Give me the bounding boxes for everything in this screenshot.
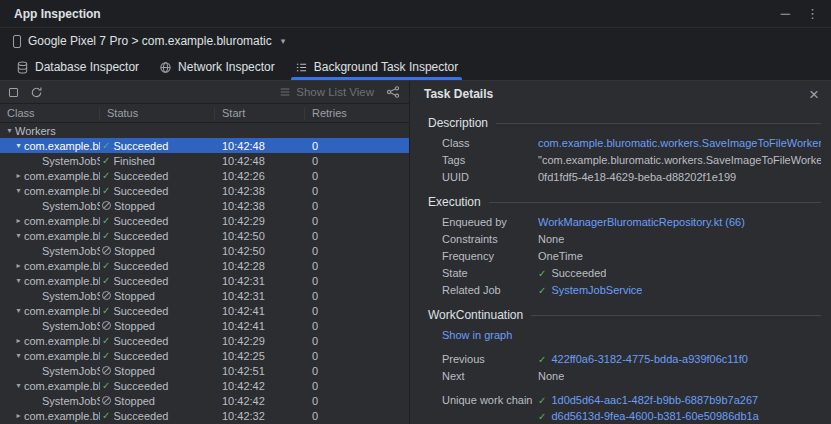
tab-background-task-inspector[interactable]: Background Task Inspector xyxy=(285,54,469,80)
task-retries: 0 xyxy=(305,140,409,152)
task-row[interactable]: ▾com.example.bl✓Succeeded10:42:310 xyxy=(0,273,409,288)
field-label: Previous xyxy=(442,353,538,365)
task-row[interactable]: SystemJobSStopped10:42:380 xyxy=(0,198,409,213)
task-status: Succeeded xyxy=(113,260,168,272)
device-selector[interactable]: Google Pixel 7 Pro > com.example.bluroma… xyxy=(0,28,831,54)
stopped-icon xyxy=(102,321,111,330)
task-row[interactable]: ▸com.example.bl✓Succeeded10:42:260 xyxy=(0,168,409,183)
enqueued-by-link[interactable]: WorkManagerBluromaticRepository.kt (66) xyxy=(538,216,745,228)
tab-network-inspector[interactable]: Network Inspector xyxy=(149,54,285,80)
stopped-icon xyxy=(102,246,111,255)
success-check-icon: ✓ xyxy=(102,350,110,361)
field-next: Next None xyxy=(442,370,821,382)
task-status: Succeeded xyxy=(113,335,168,347)
restart-icon[interactable] xyxy=(30,86,43,99)
column-header-status[interactable]: Status xyxy=(100,107,215,120)
field-enqueued-by: Enqueued by WorkManagerBluromaticReposit… xyxy=(442,216,821,228)
state-value: Succeeded xyxy=(551,267,606,279)
stop-icon[interactable] xyxy=(9,88,18,97)
task-row[interactable]: SystemJobSStopped10:42:510 xyxy=(0,363,409,378)
task-row[interactable]: SystemJobS✓Finished10:42:480 xyxy=(0,153,409,168)
task-row[interactable]: ▸com.example.bl✓Succeeded10:42:280 xyxy=(0,258,409,273)
worker-group-row[interactable]: ▾Workers xyxy=(0,123,409,138)
task-row[interactable]: ▾com.example.bl✓Succeeded10:42:500 xyxy=(0,228,409,243)
column-header-class[interactable]: Class xyxy=(0,107,100,120)
task-list-icon xyxy=(295,61,308,74)
success-check-icon: ✓ xyxy=(102,155,110,166)
task-class-name: com.example.bl xyxy=(24,305,100,317)
chevron-down-icon[interactable]: ▾ xyxy=(4,126,15,135)
show-list-view-label: Show List View xyxy=(296,86,374,98)
field-constraints: Constraints None xyxy=(442,233,821,245)
work-chain-item: ✓d6d5613d-9fea-4600-b381-60e50986db1a xyxy=(538,410,759,422)
chevron-down-icon[interactable]: ▾ xyxy=(13,186,24,195)
task-status: Finished xyxy=(113,155,155,167)
column-header-start[interactable]: Start xyxy=(215,107,305,120)
task-start-time: 10:42:31 xyxy=(215,290,305,302)
chevron-down-icon[interactable]: ▾ xyxy=(13,351,24,360)
chevron-down-icon[interactable]: ▾ xyxy=(13,141,24,150)
task-retries: 0 xyxy=(305,350,409,362)
task-status: Stopped xyxy=(114,200,155,212)
chevron-down-icon[interactable]: ▾ xyxy=(13,231,24,240)
field-frequency: Frequency OneTime xyxy=(442,250,821,262)
section-workcontinuation-heading: WorkContinuation xyxy=(428,308,821,322)
previous-uuid-link[interactable]: 422ff0a6-3182-4775-bdda-a939f06c11f0 xyxy=(551,353,748,365)
task-row[interactable]: ▾com.example.bl✓Succeeded10:42:250 xyxy=(0,348,409,363)
related-job-link[interactable]: SystemJobService xyxy=(551,284,642,296)
globe-icon xyxy=(159,61,172,74)
task-row[interactable]: ▸com.example.bl✓Succeeded10:42:290 xyxy=(0,333,409,348)
success-check-icon: ✓ xyxy=(102,140,110,151)
task-class-name: SystemJobS xyxy=(42,290,100,302)
work-chain-uuid-link[interactable]: 1d0d5d64-aac1-482f-b9bb-6887b9b7a267 xyxy=(551,394,758,406)
details-title: Task Details xyxy=(424,87,493,101)
task-row[interactable]: SystemJobSStopped10:42:310 xyxy=(0,288,409,303)
task-start-time: 10:42:50 xyxy=(215,245,305,257)
success-check-icon: ✓ xyxy=(102,260,110,271)
task-row[interactable]: SystemJobSStopped10:42:500 xyxy=(0,243,409,258)
field-uuid: UUID 0fd1fdf5-4e18-4629-beba-d88202f1e19… xyxy=(442,171,821,183)
task-row[interactable]: ▾com.example.bl✓Succeeded10:42:410 xyxy=(0,303,409,318)
class-link[interactable]: com.example.bluromatic.workers.SaveImage… xyxy=(538,137,821,149)
task-row[interactable]: SystemJobSStopped10:42:420 xyxy=(0,393,409,408)
window-title: App Inspection xyxy=(14,7,101,21)
task-row[interactable]: ▸com.example.bl✓Succeeded10:42:320 xyxy=(0,408,409,423)
chevron-down-icon[interactable]: ▾ xyxy=(13,381,24,390)
column-header-retries[interactable]: Retries xyxy=(305,107,409,120)
chevron-down-icon[interactable]: ▾ xyxy=(13,306,24,315)
task-status: Succeeded xyxy=(113,380,168,392)
task-row[interactable]: ▾com.example.bl✓Succeeded10:42:420 xyxy=(0,378,409,393)
more-options-icon[interactable]: ⋮ xyxy=(806,7,819,20)
task-start-time: 10:42:38 xyxy=(215,185,305,197)
stopped-icon xyxy=(102,291,111,300)
task-start-time: 10:42:48 xyxy=(215,140,305,152)
task-retries: 0 xyxy=(305,305,409,317)
tab-database-inspector[interactable]: Database Inspector xyxy=(6,54,149,80)
details-header: Task Details × xyxy=(410,81,831,107)
task-row[interactable]: ▾com.example.bl✓Succeeded10:42:380 xyxy=(0,183,409,198)
chevron-right-icon[interactable]: ▸ xyxy=(13,336,24,345)
success-check-icon: ✓ xyxy=(102,380,110,391)
chevron-right-icon[interactable]: ▸ xyxy=(13,216,24,225)
task-retries: 0 xyxy=(305,155,409,167)
task-row[interactable]: ▸com.example.bl✓Succeeded10:42:290 xyxy=(0,213,409,228)
chevron-right-icon[interactable]: ▸ xyxy=(13,261,24,270)
task-row[interactable]: ▾com.example.bl✓Succeeded10:42:480 xyxy=(0,138,409,153)
show-list-view-button[interactable]: Show List View xyxy=(279,86,374,98)
field-label: Tags xyxy=(442,154,538,166)
show-in-graph-link[interactable]: Show in graph xyxy=(442,329,512,341)
device-process-label: Google Pixel 7 Pro > com.example.bluroma… xyxy=(28,34,272,48)
work-chain-uuid-link[interactable]: d6d5613d-9fea-4600-b381-60e50986db1a xyxy=(551,410,758,422)
success-check-icon: ✓ xyxy=(102,185,110,196)
task-retries: 0 xyxy=(305,215,409,227)
show-graph-view-icon[interactable] xyxy=(386,85,400,99)
task-row[interactable]: SystemJobSStopped10:42:410 xyxy=(0,318,409,333)
close-icon[interactable]: × xyxy=(809,86,819,103)
minimize-icon[interactable]: ─ xyxy=(781,7,790,20)
chevron-right-icon[interactable]: ▸ xyxy=(13,411,24,420)
task-start-time: 10:42:51 xyxy=(215,365,305,377)
chevron-right-icon[interactable]: ▸ xyxy=(13,171,24,180)
chevron-down-icon[interactable]: ▾ xyxy=(13,276,24,285)
success-check-icon: ✓ xyxy=(538,354,546,365)
task-status: Succeeded xyxy=(113,275,168,287)
